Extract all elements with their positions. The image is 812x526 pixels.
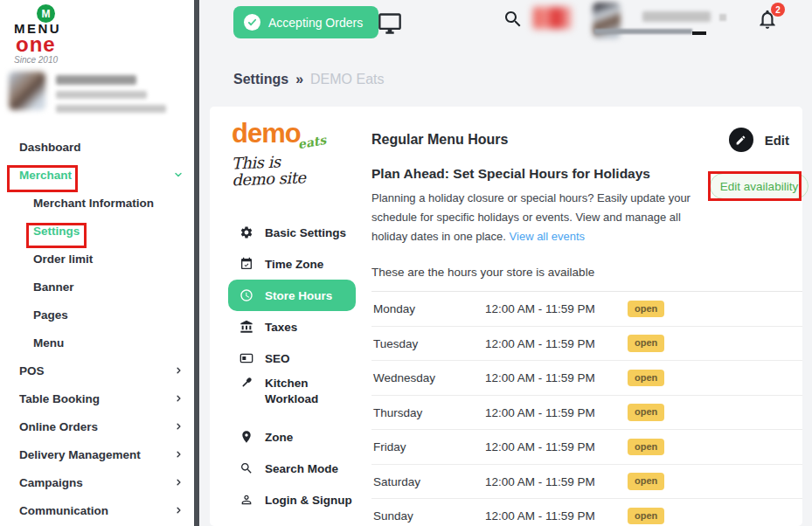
settings-menu-label: Zone (265, 431, 293, 444)
brand-m-icon: M (37, 4, 55, 23)
breadcrumb-separator: » (295, 72, 303, 87)
accepting-orders-label: Accepting Orders (268, 16, 363, 30)
brand-since: Since 2010 (14, 55, 101, 65)
settings-menu-label: Taxes (265, 321, 297, 334)
settings-menu-zone[interactable]: Zone (232, 421, 364, 453)
status-badge: open (628, 370, 664, 386)
edit-availability-button[interactable]: Edit availability (710, 173, 809, 199)
page-title: Regular Menu Hours (371, 132, 508, 148)
chevron-down-icon (173, 170, 184, 180)
sidebar-item-label: Online Orders (19, 420, 98, 433)
status-badge: open (628, 508, 664, 524)
settings-menu-time-zone[interactable]: Time Zone (232, 248, 364, 280)
settings-menu-taxes[interactable]: Taxes (232, 311, 364, 343)
time-cell: 12:00 AM - 11:59 PM (485, 406, 628, 419)
status-badge: open (628, 439, 664, 455)
settings-menu-kitchen-workload[interactable]: Kitchen Workload (232, 374, 364, 414)
table-row-monday: Monday 12:00 AM - 11:59 PM open (371, 292, 802, 327)
status-badge: open (628, 335, 664, 351)
settings-menu-search-mode[interactable]: Search Mode (232, 453, 364, 484)
table-row-tuesday: Tuesday 12:00 AM - 11:59 PM open (371, 327, 802, 362)
table-row-friday: Friday 12:00 AM - 11:59 PM open (371, 430, 802, 465)
app-logo: M MENU one Since 2010 (14, 4, 101, 65)
chevron-right-icon (174, 394, 184, 404)
map-pin-icon (239, 430, 253, 444)
day-cell: Tuesday (371, 337, 485, 350)
sidebar-item-dashboard[interactable]: Dashboard (0, 133, 194, 161)
settings-menu-label: Time Zone (265, 258, 323, 271)
settings-menu-basic-settings[interactable]: Basic Settings (232, 217, 364, 248)
sidebar-item-label: Delivery Management (19, 448, 141, 461)
profile-redacted-text (56, 72, 166, 113)
settings-menu-label: Login & Signup (265, 494, 352, 507)
sidebar-item-label: Campaigns (19, 476, 83, 489)
status-badge: open (628, 473, 664, 489)
sidebar-item-label: Order limit (33, 253, 93, 266)
plan-ahead-text: Planning a holiday closure or special ho… (371, 189, 705, 246)
table-row-sunday: Sunday 12:00 AM - 11:59 PM open (371, 499, 802, 526)
hours-intro-text: These are the hours your store is availa… (371, 266, 802, 279)
sidebar-item-campaigns[interactable]: Campaigns (0, 468, 194, 496)
chevron-right-icon (174, 422, 184, 432)
settings-menu-label: Basic Settings (265, 226, 346, 239)
sidebar-item-communication[interactable]: Communication (0, 496, 194, 524)
table-row-wednesday: Wednesday 12:00 AM - 11:59 PM open (371, 361, 802, 396)
time-cell: 12:00 AM - 11:59 PM (485, 509, 628, 523)
sidebar-item-merchant-information[interactable]: Merchant Information (0, 189, 194, 217)
gear-icon (239, 225, 253, 239)
status-badge: open (628, 404, 664, 420)
edit-button[interactable]: Edit (729, 128, 789, 152)
breadcrumb-settings[interactable]: Settings (233, 72, 288, 87)
sidebar-item-pos[interactable]: POS (0, 356, 194, 384)
day-cell: Monday (371, 302, 485, 315)
sidebar-item-table-booking[interactable]: Table Booking (0, 384, 194, 412)
table-row-thursday: Thursday 12:00 AM - 11:59 PM open (371, 396, 802, 431)
seo-card-icon (239, 351, 253, 365)
sidebar-item-label: Merchant (19, 169, 72, 182)
settings-menu-store-hours[interactable]: Store Hours (228, 280, 356, 311)
sidebar-item-label: Menu (33, 336, 64, 350)
search-icon[interactable] (503, 9, 524, 30)
redacted-phone (56, 91, 147, 99)
settings-card: demoeats This is demo site Basic Setting… (210, 107, 802, 526)
brand-one: one (16, 36, 101, 52)
settings-menu-seo[interactable]: SEO (232, 343, 364, 374)
sidebar-item-menu[interactable]: Menu (0, 329, 194, 356)
monitor-icon[interactable] (378, 11, 402, 36)
edit-label: Edit (765, 133, 789, 148)
sidebar-item-pages[interactable]: Pages (0, 301, 194, 329)
day-cell: Friday (371, 440, 485, 453)
settings-menu-label: Kitchen Workload (265, 376, 337, 406)
breadcrumb-page: DEMO Eats (310, 72, 384, 87)
accepting-orders-button[interactable]: Accepting Orders (233, 6, 378, 38)
sidebar-item-label: POS (19, 364, 45, 377)
sidebar-item-merchant[interactable]: Merchant (0, 161, 194, 189)
sidebar-item-delivery-management[interactable]: Delivery Management (0, 440, 194, 468)
store-hours-table: Monday 12:00 AM - 11:59 PM open Tuesday … (371, 291, 802, 526)
day-cell: Sunday (371, 509, 485, 523)
settings-menu: Basic Settings Time Zone Store Hours Tax… (232, 217, 364, 516)
view-all-events-link[interactable]: View all events (510, 230, 585, 243)
sidebar-item-banner[interactable]: Banner (0, 273, 194, 301)
time-cell: 12:00 AM - 11:59 PM (485, 371, 628, 384)
notifications-bell[interactable]: 2 (756, 8, 779, 31)
user-menu-caret[interactable] (719, 14, 726, 21)
sidebar-item-order-limit[interactable]: Order limit (0, 245, 194, 273)
breadcrumb: Settings » DEMO Eats (233, 72, 385, 87)
tagline-line2: demo site (232, 168, 355, 189)
settings-menu-login-signup[interactable]: Login & Signup (232, 484, 364, 516)
sidebar-item-settings[interactable]: Settings (0, 217, 194, 245)
user-icon (239, 493, 253, 507)
sidebar-item-online-orders[interactable]: Online Orders (0, 412, 194, 440)
chevron-right-icon (174, 450, 184, 460)
day-cell: Thursday (371, 406, 485, 419)
redacted-username (642, 11, 711, 22)
bank-icon (239, 320, 253, 334)
status-badge: open (628, 301, 664, 317)
time-cell: 12:00 AM - 11:59 PM (485, 440, 628, 453)
settings-menu-label: Store Hours (265, 289, 332, 302)
sidebar-item-label: Banner (33, 280, 74, 294)
time-cell: 12:00 AM - 11:59 PM (485, 475, 628, 488)
store-logo: demoeats This is demo site (232, 120, 354, 187)
redacted-name (56, 75, 136, 85)
